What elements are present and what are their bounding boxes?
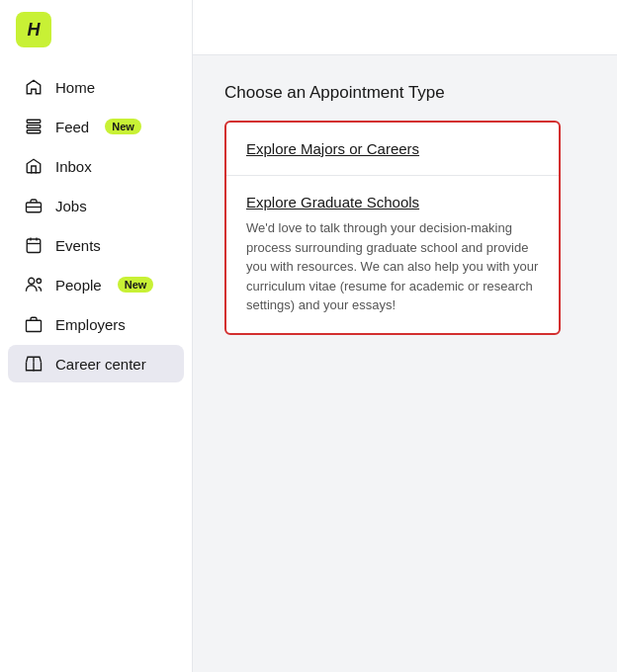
svg-point-9	[29, 278, 35, 284]
sidebar-item-career-center[interactable]: Career center	[8, 345, 184, 382]
explore-grad-description: We'd love to talk through your decision-…	[246, 218, 539, 315]
events-icon	[24, 235, 44, 255]
explore-grad-link[interactable]: Explore Graduate Schools	[246, 194, 539, 210]
inbox-icon	[24, 156, 44, 176]
topbar	[193, 0, 617, 55]
content-area: Choose an Appointment Type Explore Major…	[193, 55, 617, 672]
appointment-option-majors[interactable]: Explore Majors or Careers	[226, 123, 559, 176]
sidebar-item-inbox[interactable]: Inbox	[8, 147, 184, 185]
page-title: Choose an Appointment Type	[224, 83, 585, 103]
sidebar-item-home[interactable]: Home	[8, 68, 184, 106]
appointment-type-card: Explore Majors or Careers Explore Gradua…	[224, 121, 561, 335]
home-icon	[24, 77, 44, 97]
sidebar-item-jobs[interactable]: Jobs	[8, 187, 184, 224]
feed-icon	[24, 117, 44, 136]
sidebar-item-events[interactable]: Events	[8, 226, 184, 264]
svg-point-10	[37, 279, 42, 284]
sidebar-item-label: People	[55, 277, 102, 294]
svg-rect-2	[27, 130, 41, 133]
sidebar-item-label: Employers	[55, 316, 126, 333]
svg-rect-11	[27, 320, 42, 331]
svg-rect-1	[27, 126, 41, 128]
sidebar-item-employers[interactable]: Employers	[8, 305, 184, 343]
sidebar-item-label: Home	[55, 79, 95, 96]
sidebar-item-label: Inbox	[55, 158, 92, 175]
sidebar-item-label: Events	[55, 237, 101, 254]
svg-rect-5	[27, 239, 41, 253]
jobs-icon	[24, 196, 44, 215]
career-icon	[24, 354, 44, 374]
sidebar-item-people[interactable]: People New	[8, 266, 184, 303]
people-new-badge: New	[118, 277, 154, 293]
main-content: Choose an Appointment Type Explore Major…	[193, 0, 617, 672]
sidebar-item-feed[interactable]: Feed New	[8, 108, 184, 145]
app-logo[interactable]: H	[16, 12, 51, 47]
sidebar-item-label: Feed	[55, 119, 89, 135]
explore-majors-link[interactable]: Explore Majors or Careers	[246, 140, 539, 157]
feed-new-badge: New	[105, 119, 141, 134]
sidebar-item-label: Career center	[55, 356, 146, 373]
svg-rect-0	[27, 120, 41, 123]
people-icon	[24, 275, 44, 294]
sidebar: H Home Feed New Inbox Jobs Events	[0, 0, 193, 672]
sidebar-item-label: Jobs	[55, 198, 87, 214]
employers-icon	[24, 314, 44, 334]
appointment-option-grad[interactable]: Explore Graduate Schools We'd love to ta…	[226, 176, 559, 333]
